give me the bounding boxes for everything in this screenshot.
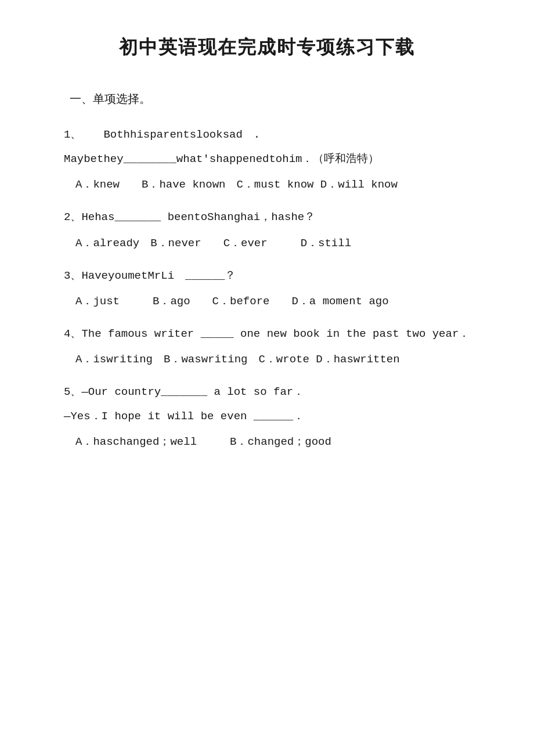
question-4: 4、The famous writer _____ one new book i… [46, 324, 488, 370]
question-5-options: A．haschanged；well B．changed；good [46, 431, 488, 453]
section-header: 一、单项选择。 [70, 89, 488, 110]
question-5-text: 5、—Our country_______ a lot so far． [46, 382, 488, 402]
question-2-text: 2、Hehas_______ beentoShanghai，hashe？ [46, 207, 488, 227]
question-4-options: A．iswriting B．waswriting C．wrote D．haswr… [46, 348, 488, 370]
question-2: 2、Hehas_______ beentoShanghai，hashe？ A．a… [46, 207, 488, 254]
question-1: 1、 Bothhisparentslooksad . Maybethey____… [46, 125, 488, 196]
question-1-text: 1、 Bothhisparentslooksad . [46, 125, 488, 145]
question-4-text: 4、The famous writer _____ one new book i… [46, 324, 488, 344]
question-5: 5、—Our country_______ a lot so far． —Yes… [46, 382, 488, 453]
question-5-text2: —Yes．I hope it will be even ______． [46, 406, 488, 426]
main-content: 一、单项选择。 1、 Bothhisparentslooksad . Maybe… [46, 89, 488, 453]
question-1-options: A．knew B．have known C．must know D．will k… [46, 174, 488, 196]
question-3-options: A．just B．ago C．before D．a moment ago [46, 290, 488, 312]
question-3-text: 3、HaveyoumetMrLi ______？ [46, 266, 488, 286]
question-2-options: A．already B．never C．ever D．still [46, 232, 488, 254]
question-3: 3、HaveyoumetMrLi ______？ A．just B．ago C．… [46, 266, 488, 312]
page-title: 初中英语现在完成时专项练习下载 [46, 35, 488, 60]
question-1-text2: Maybethey________what'shappenedtohim．（呼和… [46, 149, 488, 169]
